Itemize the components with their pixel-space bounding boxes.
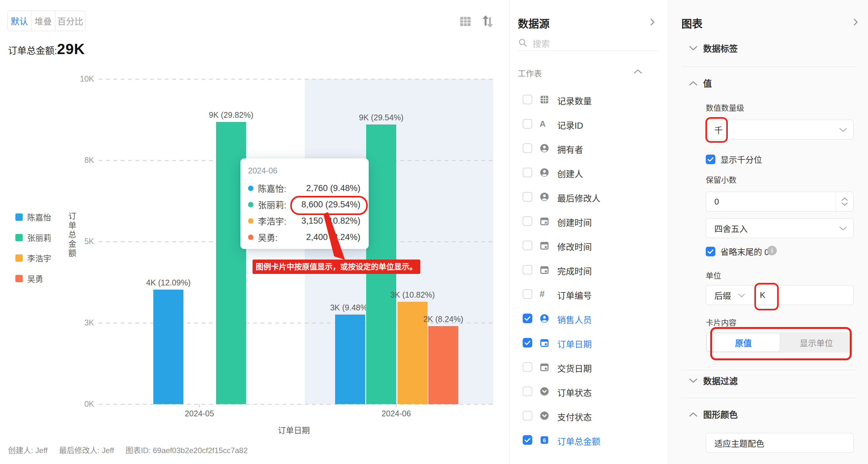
magnitude-value: 千 [714, 124, 723, 136]
field-label: 交货日期 [557, 362, 592, 374]
collapse-settings-icon[interactable] [851, 17, 860, 28]
search-input[interactable]: 搜索 [518, 36, 658, 51]
select-icon [539, 386, 549, 396]
legend-swatch-icon [16, 213, 23, 221]
checkbox-icon[interactable] [523, 289, 532, 299]
checkbox-icon[interactable] [523, 241, 532, 250]
rounding-select[interactable]: 四舍五入 [706, 218, 854, 238]
field-row-交货日期[interactable]: 交货日期 [509, 359, 668, 375]
tooltip-series-name: 吴勇: [258, 231, 278, 244]
chevron-up-icon [689, 81, 698, 86]
field-row-订单总金额[interactable]: 6订单总金额 [509, 432, 668, 448]
toggle-option-original[interactable]: 原值 [707, 334, 780, 351]
checkbox-checked-icon[interactable] [523, 435, 532, 445]
x-tick-2024-05: 2024-05 [167, 409, 231, 418]
checkbox-icon[interactable] [523, 95, 532, 104]
person-icon [539, 168, 549, 177]
checkbox-checked-icon[interactable] [523, 314, 532, 323]
tooltip-title: 2024-06 [248, 166, 278, 175]
omit-trailing-zero-label: 省略末尾的 0 [720, 245, 769, 257]
legend-item-李浩宇[interactable]: 李浩宇 [16, 252, 51, 264]
checkbox-icon[interactable] [523, 216, 532, 226]
field-label: 支付状态 [557, 410, 592, 423]
checkbox-icon[interactable] [523, 386, 532, 396]
section-value-text: 值 [703, 77, 712, 89]
unit-label: 单位 [706, 270, 721, 281]
thousand-separator-checkbox[interactable]: 显示千分位 [706, 153, 762, 165]
checkbox-icon[interactable] [523, 168, 532, 177]
bar-label-李浩宇-2024-06: 3K (10.82%) [374, 290, 451, 300]
field-row-订单状态[interactable]: 订单状态 [509, 383, 668, 400]
field-label: 拥有者 [557, 143, 583, 156]
chart-panel: 默认堆叠百分比 订单总金额: 29K 0K3K5K8K10K4K (12.09%… [0, 0, 509, 464]
toggle-option-show-unit[interactable]: 显示单位 [780, 332, 852, 353]
checkbox-icon[interactable] [523, 265, 532, 275]
field-row-拥有者[interactable]: 拥有者 [509, 140, 668, 156]
section-shape-color[interactable]: 图形颜色 [689, 408, 738, 421]
field-row-完成时间[interactable]: 完成时间 [509, 261, 668, 278]
creator-text: 创建人: Jeff [8, 444, 48, 455]
omit-trailing-zero-checkbox[interactable]: 省略末尾的 0 [706, 245, 769, 257]
legend-label: 李浩宇 [27, 252, 51, 264]
tooltip-series-value: 2,760 (9.48%) [306, 183, 361, 193]
tooltip-series-name: 陈嘉怡: [258, 182, 286, 194]
field-row-创建人[interactable]: 创建人 [509, 164, 668, 181]
field-row-记录ID[interactable]: A记录ID [509, 116, 668, 132]
section-value[interactable]: 值 [689, 77, 712, 89]
field-row-记录数量[interactable]: 记录数量 [509, 91, 668, 108]
bar-陈嘉怡-2024-05[interactable] [153, 289, 183, 404]
person-icon [539, 143, 549, 153]
section-data-filter[interactable]: 数据过滤 [689, 374, 738, 387]
bar-吴勇-2024-06[interactable] [428, 326, 458, 404]
x-tick-2024-06: 2024-06 [364, 409, 428, 418]
field-row-订单编号[interactable]: #订单编号 [509, 286, 668, 302]
legend-item-陈嘉怡[interactable]: 陈嘉怡 [16, 211, 51, 223]
field-row-销售人员[interactable]: 销售人员 [509, 310, 668, 327]
legend-label: 张丽莉 [27, 232, 51, 243]
decimal-stepper[interactable] [836, 192, 853, 211]
field-label: 最后修改人 [557, 192, 600, 204]
stepper-up-icon [841, 197, 848, 201]
checkbox-icon[interactable] [523, 362, 532, 372]
info-icon[interactable]: i [767, 246, 777, 255]
unit-control[interactable]: 后缀 K [706, 285, 854, 305]
chart-meta-footer: 创建人: Jeff 最后修改人: Jeff 图表ID: 69aef03b2e20… [8, 444, 248, 455]
magnitude-label: 数值数量级 [706, 102, 744, 113]
magnitude-select[interactable]: 千 [706, 120, 854, 140]
series-dot-icon [248, 235, 253, 240]
chevron-down-icon [839, 125, 847, 135]
checkbox-checked-icon [706, 155, 715, 164]
search-underline [518, 51, 658, 51]
datasource-title: 数据源 [518, 16, 550, 31]
bar-陈嘉怡-2024-06[interactable] [335, 315, 365, 404]
tooltip-series-name: 张丽莉: [258, 198, 286, 211]
section-data-label[interactable]: 数据标签 [689, 42, 738, 54]
field-row-修改时间[interactable]: 修改时间 [509, 237, 668, 254]
theme-color-select[interactable]: 适应主题配色 [706, 433, 854, 453]
checkbox-checked-icon[interactable] [523, 338, 532, 347]
field-row-订单日期[interactable]: 订单日期 [509, 334, 668, 351]
legend-label: 陈嘉怡 [27, 211, 51, 223]
section-shape-color-text: 图形颜色 [703, 408, 738, 421]
toggle-original-label: 原值 [735, 337, 751, 348]
worksheet-section-header[interactable]: 工作表 [518, 67, 658, 79]
collapse-panel-icon[interactable] [648, 17, 657, 28]
checkbox-icon[interactable] [523, 119, 532, 129]
legend-item-吴勇[interactable]: 吴勇 [16, 273, 43, 284]
tooltip-series-value: 8,600 (29.54%) [301, 200, 361, 210]
field-row-创建时间[interactable]: 创建时间 [509, 213, 668, 229]
field-label: 创建人 [557, 167, 583, 180]
field-row-支付状态[interactable]: 支付状态 [509, 407, 668, 424]
checkbox-icon[interactable] [523, 192, 532, 202]
checkbox-icon[interactable] [523, 143, 532, 153]
x-tick-mark [396, 404, 397, 407]
field-row-最后修改人[interactable]: 最后修改人 [509, 188, 668, 205]
hash-icon: # [539, 289, 549, 299]
chevron-down-icon [689, 378, 698, 383]
decimal-input[interactable]: 0 [706, 192, 854, 212]
checkbox-checked-icon [706, 247, 715, 256]
legend-item-张丽莉[interactable]: 张丽莉 [16, 232, 51, 243]
card-content-toggle[interactable]: 原值 显示单位 [706, 332, 854, 353]
person-icon [539, 314, 549, 323]
checkbox-icon[interactable] [523, 411, 532, 421]
